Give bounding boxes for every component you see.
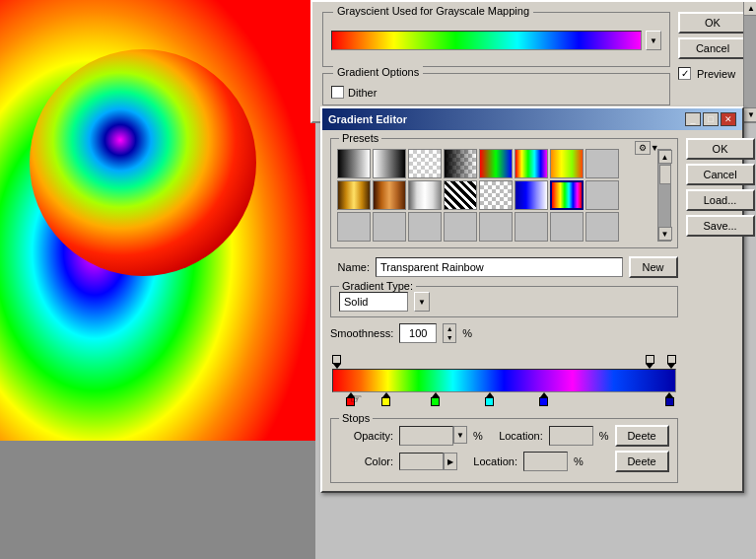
gradient-editor-title: Gradient Editor — [328, 113, 407, 125]
gradient-type-box-label: Gradient Type: — [339, 280, 416, 292]
scroll-down-btn[interactable]: ▼ — [744, 107, 756, 121]
minimize-button[interactable]: _ — [685, 112, 701, 126]
preset-diag[interactable] — [444, 180, 477, 210]
editor-ok-button[interactable]: OK — [686, 138, 755, 160]
preset-24[interactable] — [585, 212, 619, 242]
scroll-up-btn[interactable]: ▲ — [744, 2, 756, 16]
gradient-editor-dialog: Gradient Editor _ □ ✕ Presets ⚙ ▼ — [320, 106, 744, 493]
grayscale-cancel-button[interactable]: Cancel — [678, 37, 747, 59]
presets-gear-btn[interactable]: ⚙ — [635, 141, 651, 155]
scroll-track — [744, 16, 756, 107]
presets-arrow: ▼ — [651, 143, 659, 153]
preset-21[interactable] — [479, 212, 513, 242]
opacity-input[interactable] — [399, 426, 453, 446]
opacity-stop-row: Opacity: ▼ % Location: % Deete — [339, 425, 669, 447]
color-delete-button[interactable]: Deete — [615, 451, 669, 472]
preset-8[interactable] — [585, 149, 619, 178]
opacity-loc-pct: % — [599, 430, 609, 442]
preset-rgb[interactable] — [479, 149, 513, 178]
gradient-type-row: Gradient Type: Solid ▼ — [330, 286, 678, 317]
color-swatch[interactable] — [399, 453, 444, 470]
preset-transparent[interactable] — [408, 149, 442, 178]
name-input[interactable] — [376, 257, 623, 277]
editor-load-button[interactable]: Load... — [686, 189, 755, 211]
preset-18[interactable] — [373, 212, 406, 242]
dither-checkbox[interactable] — [331, 86, 344, 99]
color-stop-yellow[interactable] — [381, 392, 390, 406]
preset-7[interactable] — [550, 149, 584, 178]
presets-scroll-track — [658, 164, 670, 227]
color-location-label: Location: — [463, 455, 517, 467]
color-swatch-arrow[interactable]: ▶ — [444, 453, 457, 470]
color-loc-pct: % — [574, 455, 584, 467]
preset-16[interactable] — [585, 180, 619, 210]
color-stop-green[interactable] — [431, 392, 440, 406]
gradient-editor-body: Presets ⚙ ▼ — [322, 130, 742, 491]
gradient-options-section: Gradient Options Dither — [322, 73, 670, 105]
smoothness-row: Smoothness: ▲ ▼ % — [330, 323, 678, 343]
presets-section: Presets ⚙ ▼ — [330, 138, 678, 248]
opacity-stops-row — [330, 351, 678, 369]
close-button[interactable]: ✕ — [721, 112, 736, 126]
maximize-button[interactable]: □ — [703, 112, 719, 126]
color-stop-label: Color: — [339, 455, 393, 467]
editor-right-buttons: OK Cancel Load... Save... — [686, 138, 755, 483]
presets-scroll-down[interactable]: ▼ — [658, 227, 672, 241]
preset-14[interactable] — [515, 180, 548, 210]
preset-15[interactable] — [550, 180, 584, 210]
opacity-input-arrow[interactable]: ▼ — [453, 426, 467, 444]
preset-22[interactable] — [515, 212, 548, 242]
opacity-delete-button[interactable]: Deete — [615, 425, 669, 447]
preset-bw[interactable] — [337, 149, 371, 178]
smoothness-input[interactable] — [399, 323, 437, 343]
gradient-dropdown-btn[interactable]: ▼ — [646, 31, 661, 50]
preset-4[interactable] — [444, 149, 477, 178]
gradient-type-select[interactable]: Solid — [339, 292, 408, 312]
smoothness-label: Smoothness: — [330, 327, 393, 339]
opacity-marker-right[interactable] — [646, 355, 654, 369]
opacity-stop-label: Opacity: — [339, 430, 393, 442]
preset-17[interactable] — [337, 212, 371, 242]
opacity-location-label: Location: — [489, 430, 543, 442]
preview-checkbox[interactable] — [678, 67, 691, 80]
presets-settings-area: ⚙ ▼ — [635, 141, 659, 155]
preset-wb[interactable] — [373, 149, 406, 178]
grayscale-section-label: Grayscient Used for Grayscale Mapping — [333, 5, 533, 17]
presets-scroll-thumb[interactable] — [659, 165, 671, 184]
stops-section-label: Stops — [339, 412, 373, 424]
grayscale-mapping-section: Grayscient Used for Grayscale Mapping ▼ — [322, 12, 670, 67]
preset-6[interactable] — [515, 149, 548, 178]
editor-cancel-button[interactable]: Cancel — [686, 164, 755, 185]
preset-13[interactable] — [479, 180, 513, 210]
preset-20[interactable] — [444, 212, 477, 242]
grayscale-buttons: OK Cancel Preview — [678, 12, 747, 80]
gradient-slider-section: ☞ — [330, 351, 678, 412]
smoothness-spin[interactable]: ▲ ▼ — [443, 323, 456, 343]
new-button[interactable]: New — [629, 256, 678, 278]
presets-scroll-up[interactable]: ▲ — [658, 150, 672, 164]
presets-scrollbar: ▲ ▼ — [657, 149, 671, 242]
opacity-pct-label: % — [473, 430, 483, 442]
color-stop-darkblue[interactable] — [665, 392, 674, 406]
color-location-input[interactable] — [523, 452, 568, 471]
preset-19[interactable] — [408, 212, 442, 242]
opacity-marker-far-right[interactable] — [667, 355, 676, 369]
gradient-options-label: Gradient Options — [333, 66, 423, 78]
presets-grid-wrap: ▲ ▼ — [337, 149, 671, 242]
color-stop-blue[interactable] — [539, 392, 548, 406]
grayscale-ok-button[interactable]: OK — [678, 12, 747, 34]
dither-label: Dither — [348, 87, 377, 99]
gradient-type-arrow[interactable]: ▼ — [414, 292, 430, 312]
gradient-bar[interactable] — [332, 369, 676, 392]
color-stop-cyan[interactable] — [485, 392, 494, 406]
editor-save-button[interactable]: Save... — [686, 215, 755, 237]
preset-copper[interactable] — [373, 180, 406, 210]
cursor-hand: ☞ — [350, 390, 363, 406]
smoothness-percent: % — [462, 327, 472, 339]
gradient-preview-bar[interactable] — [331, 31, 642, 50]
preset-gold[interactable] — [337, 180, 371, 210]
preset-23[interactable] — [550, 212, 584, 242]
opacity-location-input[interactable] — [549, 426, 593, 446]
opacity-marker-left[interactable] — [332, 355, 341, 369]
preset-11[interactable] — [408, 180, 442, 210]
